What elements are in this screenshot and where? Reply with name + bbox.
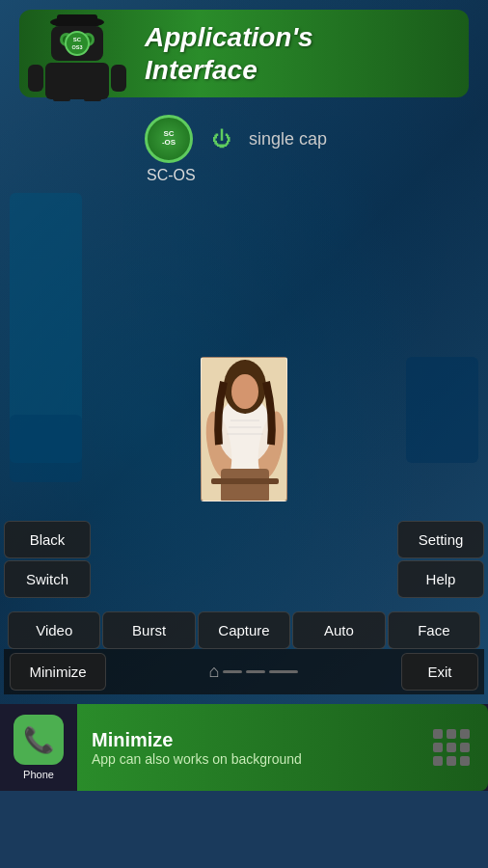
face-button[interactable]: Face bbox=[388, 611, 480, 649]
side-panel-right bbox=[406, 357, 478, 463]
svg-rect-1 bbox=[57, 14, 97, 24]
app-title: Application's Interface bbox=[145, 21, 313, 86]
burst-button[interactable]: Burst bbox=[102, 611, 195, 649]
tooltip-title: Minimize bbox=[92, 729, 474, 751]
scos-badge: SC -OS bbox=[145, 115, 193, 163]
svg-point-7 bbox=[66, 32, 89, 55]
video-button[interactable]: Video bbox=[8, 611, 100, 649]
svg-rect-14 bbox=[84, 97, 101, 101]
power-icon[interactable]: ⏻ bbox=[212, 128, 231, 150]
exit-button[interactable]: Exit bbox=[401, 653, 478, 691]
help-button[interactable]: Help bbox=[397, 560, 484, 598]
svg-rect-20 bbox=[221, 469, 269, 502]
preview-image bbox=[201, 357, 287, 502]
nav-dot-2 bbox=[246, 670, 265, 673]
minimize-button[interactable]: Minimize bbox=[10, 653, 106, 691]
svg-text:SC: SC bbox=[73, 37, 82, 42]
single-cap-label: single cap bbox=[249, 129, 327, 149]
auto-button[interactable]: Auto bbox=[292, 611, 385, 649]
robot-mascot: SC OS3 bbox=[24, 5, 130, 101]
svg-rect-13 bbox=[53, 97, 70, 101]
svg-point-22 bbox=[231, 374, 258, 409]
scos-text-label: SC-OS bbox=[0, 167, 488, 184]
apps-grid-button[interactable] bbox=[422, 704, 480, 791]
apps-grid-icon bbox=[433, 729, 470, 766]
taskbar-phone-item[interactable]: 📞 Phone bbox=[0, 704, 77, 791]
nav-dot-3 bbox=[269, 670, 298, 673]
black-button[interactable]: Black bbox=[4, 521, 91, 558]
svg-rect-11 bbox=[28, 65, 43, 92]
main-app-area: SC OS3 Application's Interface SC -OS ⏻ … bbox=[0, 0, 488, 704]
minimize-exit-bar: Minimize ⌂ Exit bbox=[4, 649, 484, 694]
svg-rect-26 bbox=[211, 478, 279, 484]
svg-text:OS3: OS3 bbox=[71, 44, 82, 50]
tooltip-description: App can also works on background bbox=[92, 751, 474, 767]
capture-button[interactable]: Capture bbox=[198, 611, 290, 649]
svg-rect-12 bbox=[111, 65, 126, 92]
svg-rect-10 bbox=[45, 63, 109, 99]
single-cap-section: SC -OS ⏻ single cap bbox=[0, 107, 488, 163]
setting-button[interactable]: Setting bbox=[397, 521, 484, 558]
nav-dot-1 bbox=[223, 670, 242, 673]
phone-icon: 📞 bbox=[14, 715, 64, 765]
switch-button[interactable]: Switch bbox=[4, 560, 91, 598]
side-panel-left-bottom bbox=[10, 415, 82, 482]
nav-area: ⌂ bbox=[106, 662, 401, 682]
home-icon[interactable]: ⌂ bbox=[209, 662, 220, 682]
taskbar: 📞 Phone Minimize App can also works on b… bbox=[0, 704, 488, 791]
phone-label: Phone bbox=[23, 769, 54, 780]
